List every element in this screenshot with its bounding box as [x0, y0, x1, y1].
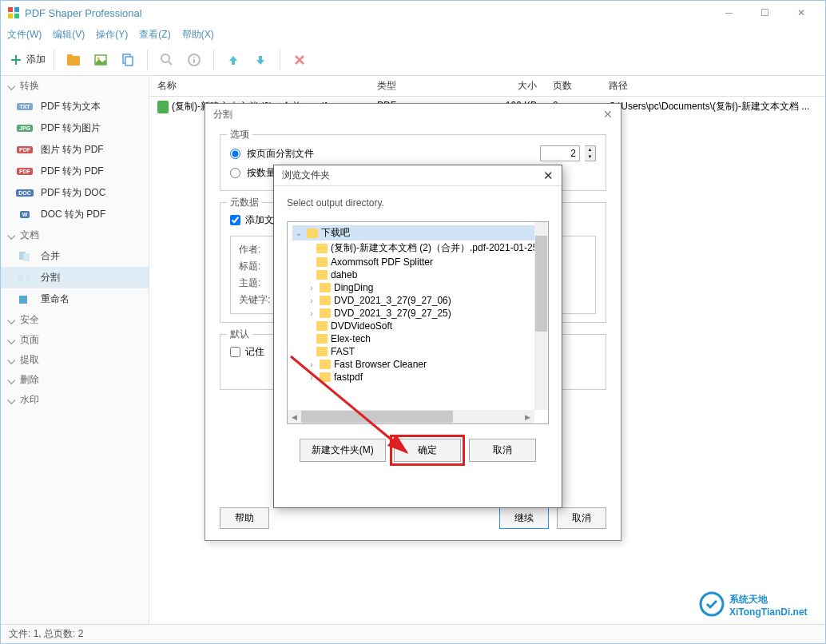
radio-by-count[interactable] — [230, 168, 240, 178]
sidebar-item-doc-to-pdf[interactable]: WDOC 转为 PDF — [1, 204, 149, 225]
sidebar-section-security[interactable]: 安全 — [1, 310, 149, 330]
scrollbar-thumb[interactable] — [301, 411, 453, 423]
remember-checkbox[interactable] — [230, 347, 240, 357]
sidebar-item-pdf-to-pdf[interactable]: PDFPDF 转为 PDF — [1, 161, 149, 182]
sidebar-item-pdf-to-doc[interactable]: DOCPDF 转为 DOC — [1, 182, 149, 204]
tree-item[interactable]: DVDVideoSoft — [292, 320, 543, 332]
expand-icon[interactable]: › — [307, 373, 316, 382]
sidebar-section-extract[interactable]: 提取 — [1, 350, 149, 370]
column-path[interactable]: 路径 — [593, 79, 817, 93]
tree-root[interactable]: ⌄ 下载吧 — [292, 225, 543, 241]
collapse-icon[interactable]: ⌄ — [294, 229, 304, 237]
tree-item[interactable]: Axommsoft PDF Splitter — [292, 256, 543, 268]
image-button[interactable] — [89, 49, 112, 71]
default-label: 默认 — [227, 328, 252, 341]
column-type[interactable]: 类型 — [377, 79, 473, 93]
split-dialog-close-button[interactable]: ✕ — [603, 108, 613, 121]
item-label: 合并 — [41, 249, 60, 263]
copy-button[interactable] — [117, 49, 139, 71]
tree-item[interactable]: ›Fast Browser Cleaner — [292, 358, 543, 371]
horizontal-scrollbar[interactable]: ◀▶ — [288, 410, 534, 423]
minimize-button[interactable]: ─ — [711, 1, 747, 25]
folder-icon — [320, 360, 331, 369]
scrollbar-thumb[interactable] — [535, 236, 547, 332]
sidebar-item-pdf-to-text[interactable]: TXTPDF 转为文本 — [1, 96, 149, 117]
expand-icon[interactable]: › — [307, 309, 316, 318]
continue-button[interactable]: 继续 — [499, 507, 549, 529]
help-button[interactable]: 帮助 — [220, 507, 269, 529]
tree-item[interactable]: FAST — [292, 345, 543, 358]
menu-view[interactable]: 查看(Z) — [139, 28, 170, 42]
folder-label: 下载吧 — [321, 226, 350, 240]
page-count-input[interactable] — [540, 145, 580, 161]
delete-button[interactable] — [288, 49, 311, 71]
add-button[interactable]: 添加 — [9, 53, 46, 67]
toolbar-separator — [213, 50, 214, 70]
tree-item[interactable]: ›DVD_2021_3_27(9_27_06) — [292, 294, 543, 307]
tree-item[interactable]: ›DVD_2021_3_27(9_27_25) — [292, 307, 543, 320]
radio-by-page-row[interactable]: 按页面分割文件 ▲▼ — [230, 143, 596, 164]
radio-by-count-label: 按数量 — [247, 166, 276, 180]
folder-button[interactable] — [62, 49, 85, 71]
item-label: PDF 转为 PDF — [41, 165, 104, 178]
column-pages[interactable]: 页数 — [537, 79, 593, 93]
sidebar-section-convert[interactable]: 转换 — [1, 76, 149, 96]
section-label: 安全 — [20, 313, 39, 327]
new-folder-button[interactable]: 新建文件夹(M) — [300, 439, 386, 462]
up-button[interactable] — [222, 49, 244, 71]
menu-actions[interactable]: 操作(Y) — [96, 28, 128, 42]
maximize-button[interactable]: ☐ — [747, 1, 783, 25]
vertical-scrollbar[interactable] — [534, 222, 548, 410]
scroll-right-button[interactable]: ▶ — [521, 410, 534, 423]
sidebar-item-split[interactable]: 分割 — [1, 267, 149, 288]
sidebar-section-watermark[interactable]: 水印 — [1, 390, 149, 410]
column-size[interactable]: 大小 — [473, 79, 537, 93]
cancel-button[interactable]: 取消 — [557, 507, 606, 529]
close-button[interactable]: ✕ — [783, 1, 819, 25]
txt-icon: TXT — [17, 103, 32, 110]
column-name[interactable]: 名称 — [157, 79, 377, 93]
add-metadata-checkbox[interactable] — [230, 215, 240, 225]
tree-item[interactable]: ›fastpdf — [292, 371, 543, 384]
sidebar-item-image-to-pdf[interactable]: PDF图片 转为 PDF — [1, 139, 149, 161]
watermark: 系统天地 XiTongTianDi.net — [697, 586, 817, 624]
svg-rect-2 — [8, 14, 13, 18]
sidebar-item-rename[interactable]: 重命名 — [1, 288, 149, 310]
tree-item[interactable]: Elex-tech — [292, 332, 543, 345]
folder-icon — [320, 283, 331, 292]
menu-file[interactable]: 文件(W) — [7, 28, 42, 42]
sidebar-section-page[interactable]: 页面 — [1, 330, 149, 350]
info-button[interactable] — [183, 49, 205, 71]
browse-cancel-button[interactable]: 取消 — [469, 439, 536, 462]
expand-icon[interactable]: › — [307, 360, 316, 369]
browse-dialog-close-button[interactable]: ✕ — [543, 169, 554, 183]
menu-help[interactable]: 帮助(X) — [182, 28, 214, 42]
folder-label: Axommsoft PDF Splitter — [331, 256, 433, 268]
sidebar-item-pdf-to-image[interactable]: JPGPDF 转为图片 — [1, 117, 149, 139]
expand-icon[interactable]: › — [307, 284, 316, 292]
page-count-spinner[interactable]: ▲▼ — [585, 145, 596, 161]
folder-tree[interactable]: ⌄ 下载吧 (复制)-新建文本文档 (2)（合并）.pdf-2021-01-25… — [287, 221, 549, 424]
radio-by-page[interactable] — [230, 149, 240, 159]
tree-item[interactable]: (复制)-新建文本文档 (2)（合并）.pdf-2021-01-25 — [292, 241, 543, 256]
section-label: 提取 — [20, 353, 39, 367]
sidebar-section-delete[interactable]: 删除 — [1, 370, 149, 390]
search-button[interactable] — [156, 49, 178, 71]
ok-button[interactable]: 确定 — [394, 439, 461, 462]
svg-rect-1 — [14, 7, 19, 12]
title-bar: PDF Shaper Professional ─ ☐ ✕ — [1, 1, 825, 25]
sidebar-section-document[interactable]: 文档 — [1, 225, 149, 245]
item-label: 重命名 — [41, 292, 69, 306]
folder-label: DVD_2021_3_27(9_27_25) — [334, 308, 451, 319]
menu-edit[interactable]: 编辑(V) — [53, 28, 85, 42]
down-button[interactable] — [249, 49, 272, 71]
app-logo-icon — [7, 6, 20, 19]
tree-item[interactable]: daheb — [292, 268, 543, 281]
svg-point-15 — [193, 56, 195, 58]
sidebar-item-merge[interactable]: 合并 — [1, 245, 149, 267]
tree-item[interactable]: ›DingDing — [292, 281, 543, 294]
folder-icon — [307, 229, 318, 238]
scroll-left-button[interactable]: ◀ — [288, 410, 301, 423]
expand-icon[interactable]: › — [307, 296, 316, 305]
section-label: 删除 — [20, 373, 39, 387]
